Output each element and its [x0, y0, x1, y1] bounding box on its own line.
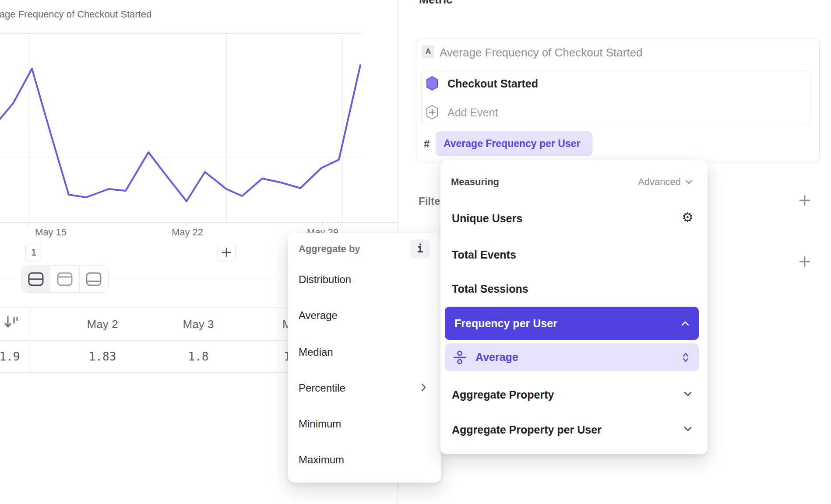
menu-item-distribution[interactable]: Distribution — [299, 273, 351, 286]
plus-icon — [799, 195, 810, 206]
aggregate-by-header: Aggregate by — [299, 243, 360, 255]
insights-report-screen: Average Frequency of Checkout Started Ma… — [0, 0, 831, 504]
menu-item-percentile[interactable]: Percentile — [299, 382, 345, 394]
x-axis-tick — [322, 222, 323, 226]
aggregate-by-menu: Aggregate by i Distribution Average Medi… — [288, 233, 441, 483]
add-filter-button[interactable] — [797, 192, 813, 208]
menu-item-total-events[interactable]: Total Events — [452, 248, 516, 261]
selected-item-label: Frequency per User — [454, 317, 681, 330]
chevron-down-icon — [684, 392, 692, 396]
menu-item-average[interactable]: Average — [299, 309, 338, 322]
plus-icon — [799, 256, 810, 267]
layout-split-rows-button[interactable] — [21, 266, 50, 292]
table-header-cell: May 2 — [87, 318, 118, 331]
header-top-icon — [56, 272, 73, 287]
chevron-right-icon — [421, 383, 426, 392]
chevron-down-icon — [685, 180, 693, 185]
add-breakdown-button[interactable] — [797, 254, 813, 270]
menu-item-minimum[interactable]: Minimum — [299, 418, 341, 430]
hash-symbol: # — [424, 138, 430, 150]
table-header-cell: May 3 — [183, 318, 214, 331]
x-axis-label: May 15 — [35, 227, 67, 238]
table-cell: 1.9 — [0, 350, 20, 363]
split-rows-icon — [28, 272, 44, 287]
menu-item-maximum[interactable]: Maximum — [299, 454, 344, 466]
chevron-up-down-icon — [682, 352, 689, 363]
series-badge: A — [422, 45, 434, 58]
menu-item-frequency-per-user-selected[interactable]: Frequency per User — [445, 307, 699, 340]
line-chart-series — [0, 33, 361, 222]
chart-title: Average Frequency of Checkout Started — [0, 9, 151, 20]
table-column-border — [31, 307, 31, 372]
layout-header-top-button[interactable] — [50, 266, 79, 292]
granularity-button[interactable]: 1 — [25, 243, 42, 262]
average-divide-icon — [452, 350, 468, 365]
measurement-pill-label: Average Frequency per User — [444, 138, 580, 150]
menu-item-total-sessions[interactable]: Total Sessions — [452, 283, 528, 295]
granularity-value: 1 — [31, 247, 36, 258]
x-axis-line — [0, 222, 398, 223]
menu-item-aggregate-property-per-user[interactable]: Aggregate Property per User — [452, 424, 602, 436]
event-name[interactable]: Checkout Started — [447, 77, 538, 90]
layout-toggle-group — [21, 266, 109, 293]
layout-footer-bottom-button[interactable] — [80, 266, 108, 292]
advanced-toggle[interactable]: Advanced — [638, 176, 693, 188]
measurement-pill[interactable]: Average Frequency per User — [436, 131, 592, 156]
add-chart-button[interactable] — [217, 243, 236, 262]
chevron-up-icon — [681, 321, 689, 326]
table-cell: 1.83 — [89, 350, 116, 363]
add-event-icon — [426, 105, 439, 120]
sort-descending-icon[interactable] — [4, 314, 19, 331]
metric-title: Average Frequency of Checkout Started — [440, 46, 642, 60]
chevron-down-icon — [684, 427, 692, 431]
x-axis-label: May 22 — [172, 227, 203, 238]
x-axis-tick — [187, 222, 187, 226]
measuring-header: Measuring — [451, 176, 499, 188]
table-cell: 1.8 — [188, 350, 209, 363]
gear-icon[interactable]: ⚙ — [682, 211, 694, 224]
menu-item-aggregate-property[interactable]: Aggregate Property — [452, 388, 554, 401]
measuring-dropdown: Measuring Advanced Unique Users ⚙ Total … — [440, 160, 708, 454]
x-axis-tick — [28, 222, 28, 226]
event-hexagon-icon — [426, 76, 439, 91]
footer-bottom-icon — [85, 272, 102, 287]
menu-item-median[interactable]: Median — [299, 346, 333, 358]
menu-item-unique-users[interactable]: Unique Users — [452, 212, 522, 225]
subitem-label: Average — [475, 351, 674, 364]
metric-section-title: Metric — [419, 0, 453, 7]
add-event-button[interactable]: Add Event — [447, 106, 498, 119]
plus-icon — [222, 248, 231, 257]
advanced-label: Advanced — [638, 176, 681, 188]
menu-subitem-average-selected[interactable]: Average — [445, 343, 699, 371]
info-icon[interactable]: i — [410, 239, 430, 259]
